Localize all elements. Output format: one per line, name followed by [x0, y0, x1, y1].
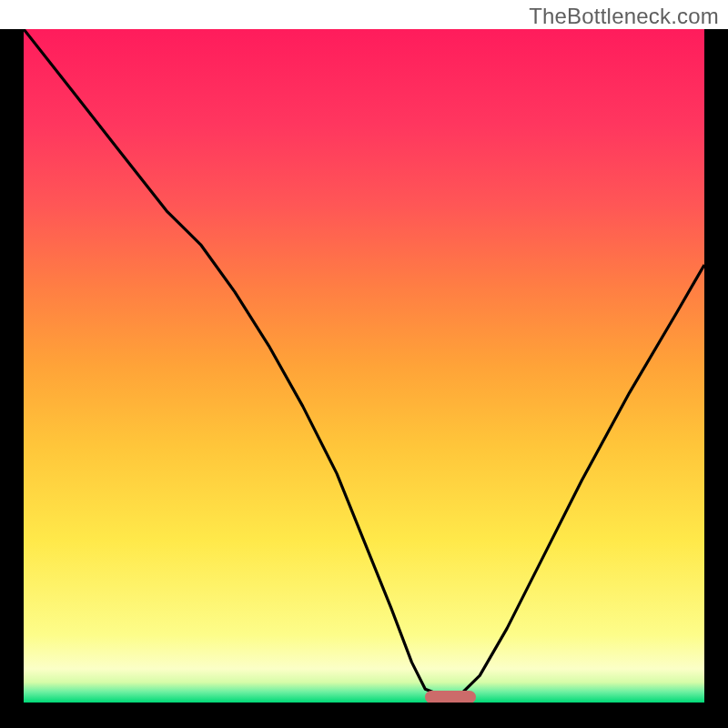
plot-area — [24, 29, 704, 703]
curve-path — [24, 29, 704, 696]
chart-stage: TheBottleneck.com — [0, 0, 728, 728]
bottleneck-curve — [24, 29, 704, 703]
minimum-marker — [425, 691, 476, 703]
watermark-text: TheBottleneck.com — [529, 4, 719, 29]
chart-frame — [0, 29, 728, 728]
